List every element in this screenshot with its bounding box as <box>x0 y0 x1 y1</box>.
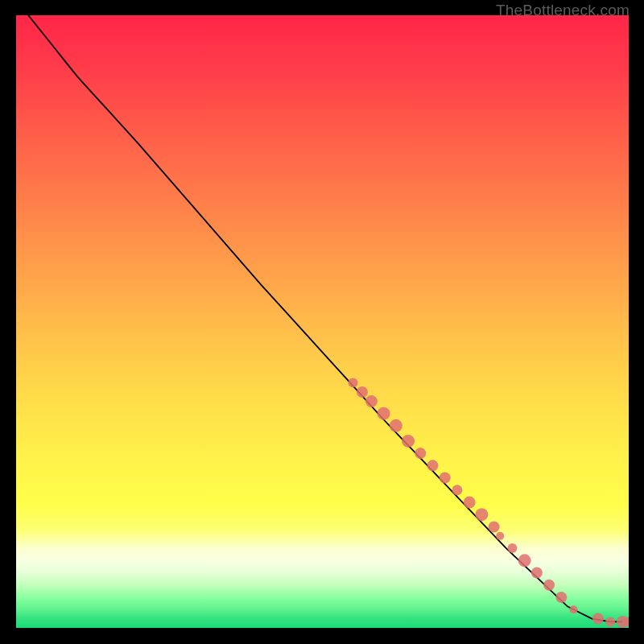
watermark-text: TheBottleneck.com <box>496 2 630 19</box>
chart-gradient-background <box>16 15 629 628</box>
